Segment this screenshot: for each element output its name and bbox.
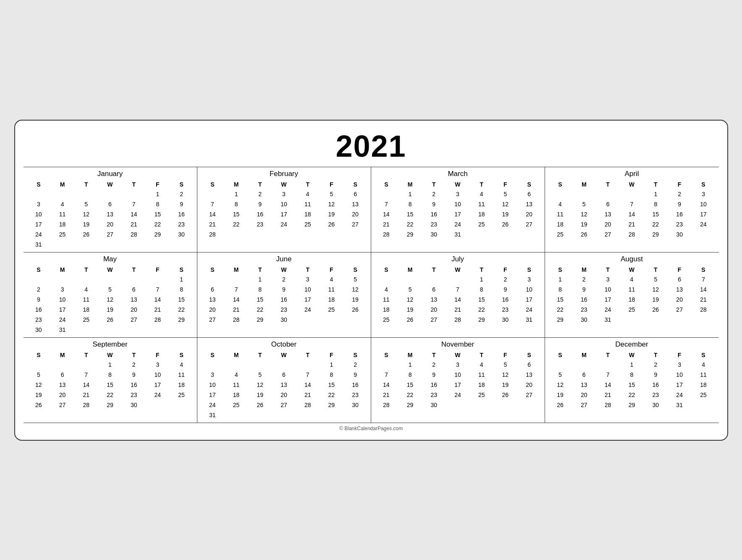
day-cell: 8	[224, 199, 248, 209]
day-cell: 14	[375, 209, 399, 219]
day-cell	[493, 410, 517, 413]
day-cell: 18	[50, 219, 74, 229]
day-cell: 11	[620, 284, 644, 294]
day-cell: 8	[248, 284, 272, 294]
table-row	[548, 410, 716, 413]
day-cell: 28	[596, 400, 620, 410]
day-cell: 30	[170, 229, 194, 239]
month-name: September	[27, 340, 194, 349]
day-cell: 4	[469, 189, 493, 199]
day-cell: 17	[596, 294, 620, 305]
day-cell: 11	[375, 294, 399, 305]
cal-table: SMTWTFS123456789101112131415161718192021…	[27, 180, 194, 250]
day-cell: 18	[170, 380, 194, 390]
day-header: S	[375, 350, 399, 360]
day-cell: 13	[422, 294, 446, 305]
day-cell	[398, 325, 422, 328]
day-cell: 24	[27, 229, 51, 239]
day-cell: 8	[146, 199, 170, 209]
day-header: T	[644, 350, 668, 360]
day-cell: 2	[422, 189, 446, 199]
day-cell: 20	[596, 219, 620, 229]
day-cell: 12	[493, 199, 517, 209]
month-name: June	[201, 255, 367, 263]
day-cell: 17	[296, 294, 320, 305]
day-cell: 8	[320, 370, 343, 380]
day-header: S	[201, 180, 225, 189]
day-cell: 9	[493, 284, 517, 294]
day-header: T	[422, 180, 446, 189]
day-cell: 19	[644, 294, 668, 305]
day-cell: 4	[620, 274, 644, 284]
months-grid: JanuarySMTWTFS12345678910111213141516171…	[24, 167, 719, 423]
day-cell: 20	[668, 294, 692, 305]
day-cell: 14	[692, 284, 716, 294]
day-cell: 28	[74, 400, 98, 410]
day-cell	[343, 315, 367, 325]
day-cell: 25	[548, 229, 572, 239]
day-cell: 17	[50, 305, 74, 315]
day-cell: 25	[620, 305, 644, 315]
table-row: 2345678	[27, 284, 194, 294]
day-cell	[296, 410, 320, 420]
day-cell: 6	[422, 284, 446, 294]
day-cell	[572, 410, 596, 413]
day-cell: 2	[644, 360, 668, 370]
day-cell: 15	[98, 380, 122, 390]
day-cell	[692, 239, 716, 243]
day-cell: 9	[572, 284, 596, 294]
day-cell: 13	[201, 294, 225, 305]
day-cell	[596, 410, 620, 413]
day-cell: 11	[296, 199, 320, 209]
day-cell	[375, 325, 399, 328]
day-cell: 3	[146, 360, 170, 370]
day-header: W	[98, 350, 122, 360]
day-header: M	[50, 350, 74, 360]
day-cell	[375, 274, 399, 284]
day-cell: 17	[692, 209, 716, 219]
day-cell: 5	[98, 284, 122, 294]
day-cell: 17	[668, 380, 692, 390]
day-cell	[201, 239, 225, 243]
day-cell: 21	[74, 390, 98, 400]
day-cell: 23	[572, 305, 596, 315]
day-cell: 15	[548, 294, 572, 305]
day-cell: 16	[27, 305, 51, 315]
day-cell: 1	[170, 274, 194, 284]
day-cell: 31	[50, 325, 74, 335]
day-cell: 19	[343, 294, 367, 305]
day-cell: 15	[146, 209, 170, 219]
day-cell: 19	[27, 390, 51, 400]
table-row	[548, 325, 716, 328]
day-cell: 1	[644, 189, 668, 199]
day-cell	[122, 274, 146, 284]
table-row: 16171819202122	[27, 305, 194, 315]
day-cell: 25	[375, 315, 399, 325]
day-header: F	[668, 350, 692, 360]
day-cell	[469, 239, 493, 243]
day-cell: 24	[146, 390, 170, 400]
day-cell: 26	[27, 400, 51, 410]
day-cell: 16	[343, 380, 367, 390]
table-row: 14151617181920	[375, 209, 541, 219]
table-row: 6789101112	[201, 284, 367, 294]
day-cell	[469, 400, 493, 410]
day-cell	[644, 325, 668, 328]
day-cell: 15	[224, 209, 248, 219]
day-cell: 1	[224, 189, 248, 199]
day-cell: 20	[122, 305, 146, 315]
day-cell: 25	[320, 305, 343, 315]
table-row: 21222324252627	[375, 390, 541, 400]
day-cell	[692, 400, 716, 410]
day-cell: 2	[122, 360, 146, 370]
table-row: 891011121314	[548, 284, 716, 294]
day-cell	[320, 325, 343, 328]
day-cell: 3	[446, 189, 470, 199]
day-cell: 5	[320, 189, 343, 199]
day-header: W	[98, 265, 122, 274]
day-cell: 14	[122, 209, 146, 219]
day-cell: 18	[375, 305, 399, 315]
day-cell: 5	[548, 370, 572, 380]
day-cell: 16	[422, 380, 446, 390]
day-cell: 12	[398, 294, 422, 305]
